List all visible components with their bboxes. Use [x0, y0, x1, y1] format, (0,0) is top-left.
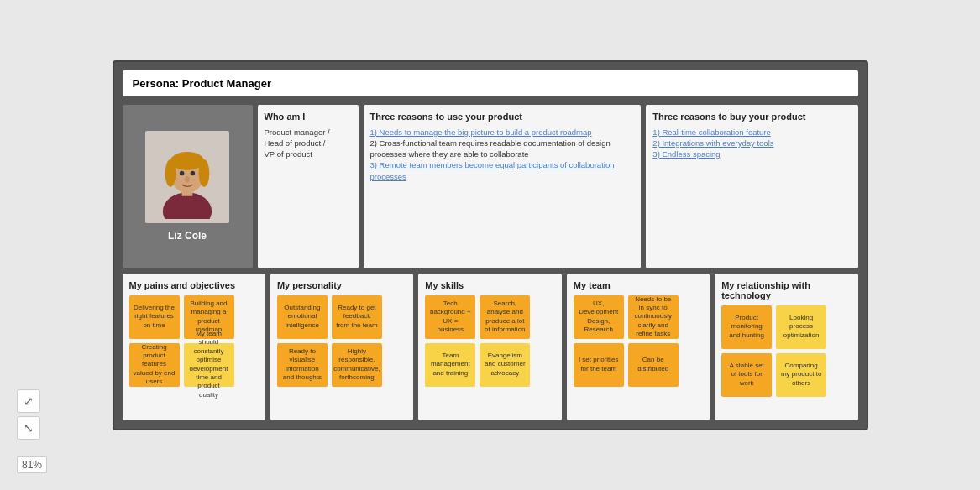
zoom-level: 81% [17, 456, 47, 473]
shrink-button[interactable]: ⤡ [17, 416, 40, 440]
sticky-item: Outstanding emotional intelligence [277, 295, 328, 339]
sticky-item: Comparing my product to others [776, 353, 826, 397]
sticky-item: Looking process optimization [776, 305, 826, 349]
sticky-item: Product monitoring and hunting [721, 305, 772, 349]
persona-value: Product Manager [182, 77, 271, 90]
reason-buy-1: 1) Real-time collaboration feature [652, 128, 770, 137]
svg-point-9 [185, 176, 189, 182]
reason-use-3: 3) Remote team members become equal part… [370, 160, 615, 180]
persona-cell: Liz Cole [123, 105, 253, 268]
sticky-item: UX, Development Design, Research [574, 295, 624, 339]
relationship-stickies: Product monitoring and hunting Looking p… [721, 305, 851, 397]
reasons-use-header: Three reasons to use your product [370, 112, 635, 122]
pains-cell: My pains and objectives Delivering the r… [123, 274, 265, 420]
persona-avatar [145, 131, 229, 223]
personality-stickies: Outstanding emotional intelligence Ready… [277, 295, 406, 387]
team-cell: My team UX, Development Design, Research… [567, 274, 710, 420]
svg-point-4 [170, 152, 204, 170]
reasons-buy-cell: Three reasons to buy your product 1) Rea… [646, 105, 857, 268]
sticky-item: Team management and training [425, 343, 475, 387]
pains-header: My pains and objectives [129, 280, 259, 290]
sticky-item: Can be distributed [628, 343, 679, 387]
bottom-row: My pains and objectives Delivering the r… [123, 274, 858, 420]
svg-point-7 [180, 171, 184, 175]
reason-use-2: 2) Cross-functional team requires readab… [370, 138, 611, 159]
pains-stickies: Delivering the right features on time Bu… [129, 295, 259, 387]
personality-cell: My personality Outstanding emotional int… [270, 274, 413, 420]
sticky-item: Highly responsible, communicative, forth… [332, 343, 382, 387]
reason-use-1: 1) Needs to manage the big picture to bu… [370, 128, 592, 137]
sticky-item: Search, analyse and produce a lot of inf… [480, 295, 530, 339]
board-title-bar: Persona: Product Manager [123, 70, 858, 96]
sticky-item: Needs to be in sync to continuously clar… [628, 295, 679, 339]
sticky-item: Ready to visualise information and thoug… [277, 343, 328, 387]
sticky-item: Delivering the right features on time [129, 295, 180, 339]
sticky-item: Ready to get feedback from the team [332, 295, 382, 339]
canvas-area: Persona: Product Manager [0, 0, 980, 490]
reasons-use-cell: Three reasons to use your product 1) Nee… [364, 105, 642, 268]
reasons-buy-header: Three reasons to buy your product [652, 112, 851, 122]
who-line-2: Head of product / [265, 138, 326, 148]
relationship-header: My relationship with technology [721, 280, 851, 300]
sticky-item: Tech background + UX = business [425, 295, 475, 339]
who-am-i-cell: Who am I Product manager / Head of produ… [258, 105, 359, 268]
skills-stickies: Tech background + UX = business Search, … [425, 295, 554, 387]
sticky-item: I set priorities for the team [574, 343, 624, 387]
persona-label: Persona: [133, 77, 180, 90]
sticky-item: Evangelism and customer advocacy [480, 343, 530, 387]
who-am-i-header: Who am I [265, 112, 352, 122]
team-header: My team [574, 280, 703, 290]
skills-cell: My skills Tech background + UX = busines… [418, 274, 561, 420]
reason-buy-3: 3) Endless spacing [652, 149, 720, 159]
reason-buy-2: 2) Integrations with everyday tools [652, 138, 773, 148]
sticky-item: A stable set of tools for work [721, 353, 772, 397]
team-stickies: UX, Development Design, Research Needs t… [574, 295, 703, 387]
personality-header: My personality [277, 280, 406, 290]
relationship-cell: My relationship with technology Product … [715, 274, 857, 420]
who-am-i-body: Product manager / Head of product / VP o… [265, 127, 352, 160]
svg-point-6 [199, 159, 210, 187]
skills-header: My skills [425, 280, 554, 290]
sticky-item: Creating product features valued by end … [129, 343, 180, 387]
reasons-buy-body: 1) Real-time collaboration feature 2) In… [652, 127, 851, 160]
sticky-item: My team should constantly optimise devel… [184, 343, 234, 387]
top-row: Liz Cole Who am I Product manager / Head… [123, 105, 858, 268]
persona-name: Liz Cole [168, 230, 207, 242]
who-line-3: VP of product [265, 149, 312, 159]
zoom-controls: ⤢ ⤡ [17, 389, 40, 440]
who-line-1: Product manager / [265, 128, 330, 137]
svg-point-5 [165, 159, 176, 187]
expand-button[interactable]: ⤢ [17, 389, 40, 413]
svg-point-8 [191, 171, 195, 175]
reasons-use-body: 1) Needs to manage the big picture to bu… [370, 127, 635, 182]
board: Persona: Product Manager [113, 60, 868, 430]
